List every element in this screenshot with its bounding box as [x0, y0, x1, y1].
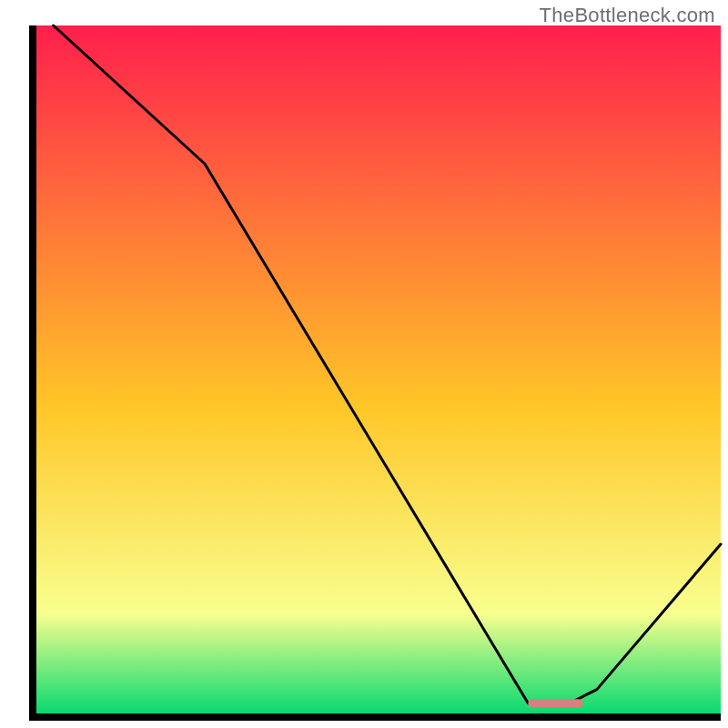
- bottleneck-chart: [0, 0, 728, 728]
- watermark-text: TheBottleneck.com: [540, 4, 715, 27]
- chart-container: TheBottleneck.com: [0, 0, 728, 728]
- plot-background: [33, 25, 721, 717]
- optimal-range-marker: [528, 699, 582, 707]
